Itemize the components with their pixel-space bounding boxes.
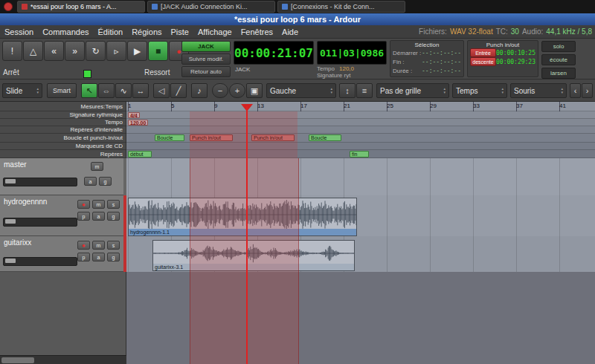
metronome-button[interactable]: △	[23, 41, 43, 61]
track-name[interactable]: master	[4, 160, 27, 169]
zoom-in-button[interactable]: +	[229, 83, 245, 98]
punch-out-time[interactable]: 00:00:29:23	[496, 59, 536, 65]
edit-mode-dropdown[interactable]: Slide ▴▾	[2, 83, 42, 98]
zoom-focus-dropdown[interactable]: Gauche ▴▾	[266, 83, 336, 98]
loop-button[interactable]: ↻	[86, 41, 106, 61]
location-marker-end[interactable]: fin	[350, 151, 369, 157]
record-arm-button[interactable]: ●	[77, 200, 90, 209]
loop-marker[interactable]: Boucle	[309, 134, 341, 141]
punch-in-button[interactable]: !	[2, 41, 22, 61]
menu-regions[interactable]: Régions	[127, 27, 166, 37]
ruler-label-tempo[interactable]: Tempo	[0, 119, 126, 126]
group-button[interactable]: g	[99, 177, 112, 186]
punch-in-toggle[interactable]: Entrée	[470, 48, 496, 57]
selection-end-value[interactable]: --:--:--:--	[422, 59, 461, 65]
task-button-ardour[interactable]: *essai pour loop 6 mars - A...	[17, 1, 145, 13]
selection-start-value[interactable]: --:--:--:--	[422, 50, 461, 56]
playlist-button[interactable]: p	[77, 253, 90, 261]
app-icon[interactable]	[4, 2, 13, 11]
zoom-out-button[interactable]: −	[212, 83, 228, 98]
track-header-master[interactable]: master m a g	[0, 158, 123, 195]
audition-button[interactable]: écoute	[541, 54, 576, 65]
playhead-line[interactable]	[246, 158, 248, 364]
stretch-tool[interactable]: ∿	[115, 83, 132, 98]
ruler-canvas[interactable]: 1 5 9 13 17 21 25 29 33 37 41 4/4 120,00…	[126, 102, 595, 158]
signature-marker[interactable]: 4/4	[128, 112, 140, 118]
solo-button[interactable]: solo	[541, 41, 576, 52]
draw-tool[interactable]: ╱	[170, 83, 187, 98]
play-selection-button[interactable]: ▹	[106, 41, 126, 61]
secondary-clock[interactable]: 011|03|0986	[317, 41, 387, 65]
track-header-guitarixx[interactable]: guitarixx ● m s p a g	[0, 236, 123, 272]
track-name[interactable]: hydrogennnn	[4, 198, 47, 206]
ruler-label-markers[interactable]: Repères	[0, 150, 126, 158]
trim-tool[interactable]: ◁	[153, 83, 170, 98]
automation-button[interactable]: a	[92, 253, 105, 261]
group-button[interactable]: g	[107, 253, 120, 261]
fader-handle[interactable]	[5, 179, 16, 183]
ruler-unit-dropdown[interactable]: Temps ▴▾	[452, 83, 507, 98]
range-tool[interactable]: ⇔	[98, 83, 115, 98]
gain-fader[interactable]	[3, 218, 77, 227]
smart-mode-toggle[interactable]: Smart	[47, 83, 77, 98]
primary-clock[interactable]: 00:00:21:07	[234, 41, 314, 65]
spring-led[interactable]	[83, 70, 91, 78]
mute-button[interactable]: m	[92, 241, 105, 250]
loop-marker[interactable]: Boucle	[155, 134, 184, 141]
gain-fader[interactable]	[3, 257, 77, 266]
track-header-hydrogennnn[interactable]: hydrogennnn ● m s p a g	[0, 195, 123, 236]
fader-handle[interactable]	[5, 219, 16, 224]
play-button[interactable]: ▶	[127, 41, 147, 61]
nav-left-button[interactable]: ‹	[570, 83, 581, 98]
ruler-label-signature[interactable]: Signature rythmique	[0, 111, 126, 119]
goto-start-button[interactable]: «	[44, 41, 64, 61]
menu-fenetres[interactable]: Fenêtres	[237, 27, 277, 37]
feedback-button[interactable]: larsen	[541, 68, 576, 79]
jack-sync-button[interactable]: JACK	[181, 41, 231, 52]
auto-return-button[interactable]: Retour auto	[181, 66, 231, 77]
window-titlebar[interactable]: *essai pour loop 6 mars - Ardour	[0, 13, 595, 25]
menu-commandes[interactable]: Commandes	[38, 27, 93, 37]
mute-button[interactable]: m	[92, 200, 105, 209]
grid-mode-dropdown[interactable]: Pas de grille ▴▾	[376, 83, 449, 98]
menu-aide[interactable]: Aide	[277, 27, 303, 37]
tempo-marker[interactable]: 120,00	[128, 120, 148, 126]
menu-session[interactable]: Session	[0, 27, 38, 37]
follow-edits-button[interactable]: Suivre modif.	[181, 53, 231, 65]
bars-ruler[interactable]: 1 5 9 13 17 21 25 29 33 37 41	[126, 102, 595, 111]
gain-fader[interactable]	[3, 178, 77, 186]
automation-button[interactable]: a	[84, 177, 97, 186]
ruler-label-ranges[interactable]: Repères d'intervalle	[0, 126, 126, 134]
menu-affichage[interactable]: Affichage	[193, 27, 237, 37]
task-button-connections[interactable]: [Connexions - Kit de Conn...	[277, 1, 405, 13]
audition-tool[interactable]: ↔	[132, 83, 149, 98]
solo-button[interactable]: s	[107, 241, 120, 250]
track-canvas[interactable]: hydrogennnn-1.1 guitarixx-3.1	[126, 158, 595, 364]
primary-clock-mode[interactable]: JACK	[235, 66, 250, 73]
punch-out-toggle[interactable]: descente	[470, 57, 496, 66]
ruler-label-bars[interactable]: Mesures:Temps	[0, 102, 126, 111]
stop-button[interactable]: ■	[148, 41, 168, 61]
fit-tracks-button[interactable]: ↕	[339, 83, 356, 98]
record-arm-button[interactable]: ●	[77, 241, 90, 250]
goto-end-button[interactable]: »	[65, 41, 85, 61]
zoom-fit-button[interactable]: ▣	[246, 83, 263, 98]
object-tool[interactable]: ↖	[81, 83, 97, 98]
solo-button[interactable]: s	[107, 200, 120, 209]
menu-edition[interactable]: Édition	[94, 27, 128, 37]
automation-button[interactable]: a	[92, 212, 105, 221]
playlist-button[interactable]: p	[77, 212, 90, 221]
ruler-label-cd-markers[interactable]: Marqueurs de CD	[0, 143, 126, 150]
mute-button[interactable]: m	[91, 162, 103, 171]
group-button[interactable]: g	[107, 212, 120, 221]
selection-duration-value[interactable]: --:--:--:--	[422, 68, 461, 74]
track-height-button[interactable]: ≡	[356, 83, 373, 98]
menu-piste[interactable]: Piste	[167, 27, 193, 37]
fader-handle[interactable]	[5, 259, 16, 263]
ruler-label-loop-punch[interactable]: Boucle et punch-in/out	[0, 134, 126, 143]
location-marker-start[interactable]: début	[128, 151, 152, 157]
punch-in-time[interactable]: 00:00:10:25	[496, 50, 536, 56]
playhead-line[interactable]	[246, 106, 248, 158]
task-button-jack[interactable]: [JACK Audio Connection Ki...	[147, 1, 275, 13]
track-name[interactable]: guitarixx	[4, 238, 31, 247]
